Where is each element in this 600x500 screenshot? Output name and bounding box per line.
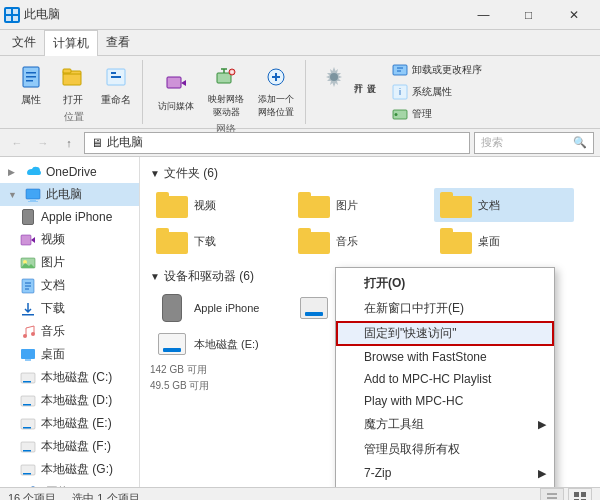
folder-video-icon (156, 191, 188, 219)
svg-rect-47 (25, 359, 31, 361)
sidebar-item-download[interactable]: 下载 (0, 297, 139, 320)
folders-toggle[interactable]: ▼ (150, 168, 160, 179)
svg-text:i: i (399, 87, 401, 97)
folders-grid: 视频 图片 文档 下载 音乐 桌面 (144, 186, 596, 260)
sidebar-item-doc[interactable]: 文档 (0, 274, 139, 297)
ribbon-btn-open[interactable]: 打开 (54, 60, 92, 110)
sidebar-label-video: 视频 (41, 231, 65, 248)
drive-g-icon (20, 462, 36, 478)
folder-document[interactable]: 文档 (434, 188, 574, 222)
folders-section-label: 文件夹 (6) (164, 165, 218, 182)
view-list-btn[interactable] (540, 488, 564, 501)
ribbon-btn-addnet[interactable]: 添加一个网络位置 (253, 60, 299, 122)
music-sidebar-icon (20, 324, 36, 340)
ribbon-btn-sysprops[interactable]: i 系统属性 (388, 82, 486, 102)
map-label: 映射网络驱动器 (208, 93, 244, 119)
ribbon-tabs: 文件 计算机 查看 (0, 30, 600, 56)
svg-rect-0 (6, 9, 11, 14)
ribbon: 文件 计算机 查看 属性 打开 (0, 30, 600, 129)
view-grid-btn[interactable] (568, 488, 592, 501)
ctx-pin-quick-access[interactable]: 固定到"快速访问" (336, 321, 554, 346)
ctx-open-new-window[interactable]: 在新窗口中打开(E) (336, 296, 554, 321)
ribbon-btn-props[interactable]: 属性 (12, 60, 50, 110)
folder-document-icon (440, 191, 472, 219)
sidebar-item-apple-iphone[interactable]: Apple iPhone (0, 206, 139, 228)
svg-rect-55 (23, 450, 31, 452)
sidebar-item-music[interactable]: 音乐 (0, 320, 139, 343)
svg-rect-51 (23, 404, 31, 406)
folder-video[interactable]: 视频 (150, 188, 290, 222)
close-button[interactable]: ✕ (551, 0, 596, 30)
sidebar-item-picture[interactable]: 图片 (0, 251, 139, 274)
folder-desktop-icon (440, 227, 472, 255)
ribbon-btn-media[interactable]: 访问媒体 (153, 67, 199, 116)
search-box[interactable]: 搜索 🔍 (474, 132, 594, 154)
svg-marker-14 (181, 80, 186, 86)
ctx-admin-ownership[interactable]: 管理员取得所有权 (336, 437, 554, 462)
sidebar: ▶ OneDrive ▼ 此电脑 Apple iPhone 视频 (0, 157, 140, 487)
device-drive-e-icon (156, 330, 188, 358)
device-drive-e[interactable]: 本地磁盘 (E:) (150, 327, 290, 361)
ctx-crc-sha[interactable]: CRC SHA▶ (336, 484, 554, 487)
sidebar-label-music: 音乐 (41, 323, 65, 340)
ribbon-btn-uninstall[interactable]: 卸载或更改程序 (388, 60, 486, 80)
folder-picture[interactable]: 图片 (292, 188, 432, 222)
sidebar-item-drive-f[interactable]: 本地磁盘 (F:) (0, 435, 139, 458)
address-input[interactable]: 🖥 此电脑 (84, 132, 470, 154)
sidebar-label-drive-e: 本地磁盘 (E:) (41, 415, 112, 432)
ctx-play-mpc[interactable]: Play with MPC-HC (336, 390, 554, 412)
window-title: 此电脑 (24, 6, 60, 23)
sidebar-label-doc: 文档 (41, 277, 65, 294)
ribbon-btn-map[interactable]: 映射网络驱动器 (203, 60, 249, 122)
forward-button[interactable]: → (32, 132, 54, 154)
svg-rect-1 (13, 9, 18, 14)
up-button[interactable]: ↑ (58, 132, 80, 154)
maximize-button[interactable]: □ (506, 0, 551, 30)
sidebar-item-desktop[interactable]: 桌面 (0, 343, 139, 366)
sidebar-item-video[interactable]: 视频 (0, 228, 139, 251)
minimize-button[interactable]: — (461, 0, 506, 30)
ctx-7zip[interactable]: 7-Zip▶ (336, 462, 554, 484)
ribbon-btn-manage[interactable]: 管理 (388, 104, 486, 124)
media-icon (162, 70, 190, 98)
sidebar-item-network[interactable]: ▶ 网络 (0, 481, 139, 487)
folder-desktop[interactable]: 桌面 (434, 224, 574, 258)
title-bar-left: 此电脑 (4, 6, 461, 23)
folder-music[interactable]: 音乐 (292, 224, 432, 258)
device-iphone[interactable]: Apple iPhone (150, 291, 290, 325)
context-menu: 打开(O) 在新窗口中打开(E) 固定到"快速访问" Browse with F… (335, 267, 555, 487)
ribbon-btn-rename[interactable]: 重命名 (96, 60, 136, 110)
ctx-magic-toolbox[interactable]: 魔方工具组▶ (336, 412, 554, 437)
tab-view[interactable]: 查看 (98, 30, 138, 55)
devices-toggle[interactable]: ▼ (150, 271, 160, 282)
back-button[interactable]: ← (6, 132, 28, 154)
sidebar-label-drive-c: 本地磁盘 (C:) (41, 369, 112, 386)
status-selected: 选中 1 个项目 (72, 491, 139, 500)
sidebar-item-onedrive[interactable]: ▶ OneDrive (0, 161, 139, 183)
tab-file[interactable]: 文件 (4, 30, 44, 55)
status-bar: 16 个项目 选中 1 个项目 (0, 487, 600, 500)
ribbon-btn-settings[interactable]: 打开设置 (316, 60, 382, 94)
ribbon-network-buttons: 访问媒体 映射网络驱动器 添加一个网络位置 (153, 60, 299, 122)
svg-rect-6 (26, 76, 36, 78)
svg-rect-7 (26, 80, 33, 82)
svg-rect-33 (30, 199, 36, 201)
sidebar-item-drive-c[interactable]: 本地磁盘 (C:) (0, 366, 139, 389)
sysprops-icon: i (392, 84, 408, 100)
sidebar-label-desktop: 桌面 (41, 346, 65, 363)
this-pc-icon (25, 187, 41, 203)
folder-download[interactable]: 下载 (150, 224, 290, 258)
ctx-open[interactable]: 打开(O) (336, 271, 554, 296)
ctx-add-mpc[interactable]: Add to MPC-HC Playlist (336, 368, 554, 390)
sidebar-item-drive-d[interactable]: 本地磁盘 (D:) (0, 389, 139, 412)
folder-picture-label: 图片 (336, 198, 358, 213)
sidebar-item-drive-e[interactable]: 本地磁盘 (E:) (0, 412, 139, 435)
sidebar-label-network: 网络 (46, 484, 70, 487)
ctx-browse-faststone[interactable]: Browse with FastStone (336, 346, 554, 368)
tab-computer[interactable]: 计算机 (44, 30, 98, 56)
sidebar-item-drive-g[interactable]: 本地磁盘 (G:) (0, 458, 139, 481)
ribbon-location-buttons: 属性 打开 重命名 (12, 60, 136, 110)
svg-point-45 (31, 332, 35, 336)
sidebar-item-this-pc[interactable]: ▼ 此电脑 (0, 183, 139, 206)
ribbon-content: 属性 打开 重命名 位置 (0, 56, 600, 128)
